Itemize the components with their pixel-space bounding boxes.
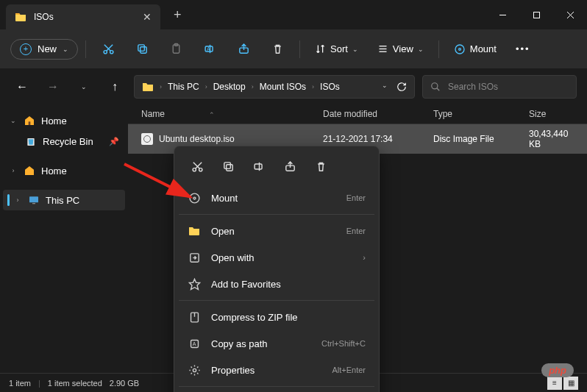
ctx-hint: Enter [346,193,366,202]
share-icon[interactable] [229,36,258,63]
svg-rect-9 [138,45,144,51]
separator [179,300,374,301]
up-button[interactable]: ↑ [103,75,127,99]
pin-icon: 📌 [109,137,119,146]
svg-text:A: A [192,341,196,347]
copy-icon[interactable] [127,36,157,63]
this-pc-icon [28,194,40,206]
paste-icon[interactable] [161,36,191,63]
tab-title: ISOs [34,12,135,22]
divider [438,40,439,58]
copy-icon[interactable] [216,155,241,177]
zip-icon [188,310,201,324]
file-name: Ubuntu desktop.iso [159,134,235,144]
delete-icon[interactable] [308,155,333,177]
ctx-mount[interactable]: Mount Enter [179,185,374,211]
col-type[interactable]: Type [433,109,529,119]
ctx-favorites[interactable]: Add to Favorites [179,271,374,297]
forward-button[interactable]: → [41,75,65,99]
folder-icon [142,81,154,93]
tab-close-icon[interactable]: ✕ [143,11,152,23]
ctx-label: Add to Favorites [211,279,366,290]
chevron-right-icon: › [13,196,22,204]
crumb-desktop[interactable]: Desktop [213,82,246,92]
sidebar-item-this-pc[interactable]: › This PC [3,190,125,210]
watermark: php [541,363,574,377]
chevron-down-icon[interactable]: ⌄ [382,82,388,92]
search-box[interactable]: Search ISOs [422,75,577,99]
home-icon [24,165,35,177]
new-tab-button[interactable]: + [174,7,182,23]
toolbar: + New ⌄ A Sort ⌄ View ⌄ Mount ••• [0,29,587,69]
folder-icon [15,11,26,23]
ctx-compress[interactable]: Compress to ZIP file [179,304,374,330]
more-button[interactable]: ••• [508,39,538,59]
chevron-down-icon: ⌄ [418,46,424,53]
refresh-icon[interactable] [396,82,407,92]
share-icon[interactable] [277,155,302,177]
back-button[interactable]: ← [10,75,34,99]
close-button[interactable] [553,0,587,29]
new-label: New [38,43,57,54]
disc-icon [188,191,201,204]
address-bar[interactable]: › This PC › Desktop › Mount ISOs › ISOs … [134,75,415,99]
col-name[interactable]: Name⌃ [135,109,323,119]
disc-icon [454,43,466,55]
svg-rect-24 [29,196,38,202]
sidebar-item-home[interactable]: ⌄ Home [3,110,125,131]
svg-rect-1 [533,12,539,18]
recycle-bin-icon [25,135,37,147]
ctx-copy-path[interactable]: A Copy as path Ctrl+Shift+C [179,330,374,357]
chevron-right-icon: › [363,253,366,262]
file-date: 21-12-2021 17:34 [323,134,433,144]
view-icon [377,43,388,54]
sidebar-item-recycle[interactable]: Recycle Bin 📌 [19,131,125,152]
svg-rect-8 [140,47,146,53]
view-button[interactable]: View ⌄ [370,39,431,59]
status-item-count: 1 item [9,379,31,388]
open-with-icon [188,251,201,264]
explorer-window: ISOs ✕ + + New ⌄ A Sort ⌄ View [0,0,587,392]
star-icon [188,277,201,291]
sidebar-label: Home [41,115,67,126]
rename-icon[interactable] [246,155,271,177]
crumb-this-pc[interactable]: This PC [168,82,199,92]
col-date[interactable]: Date modified [323,109,433,119]
view-mode-toggle: ≡ ▦ [547,377,578,390]
sort-icon [315,43,326,54]
sidebar-label: This PC [46,195,79,206]
minimize-button[interactable] [485,0,519,29]
ctx-open-with[interactable]: Open with › [179,244,374,271]
sidebar-label: Home [41,165,67,177]
maximize-button[interactable] [519,0,553,29]
context-icon-row [179,151,374,185]
chevron-down-icon: ⌄ [352,46,358,53]
ctx-label: Open with [211,252,352,263]
svg-line-22 [437,88,440,91]
folder-icon [188,224,201,238]
status-selected: 1 item selected [48,379,102,388]
mount-button[interactable]: Mount [447,39,504,60]
recent-button[interactable]: ⌄ [72,75,96,99]
ctx-hint: Enter [346,227,366,235]
crumb-sep-icon: › [205,83,207,90]
sidebar-item-home2[interactable]: › Home [3,160,125,181]
svg-rect-25 [32,203,35,204]
sort-button[interactable]: Sort ⌄ [307,39,366,59]
delete-icon[interactable] [263,36,292,63]
cut-icon[interactable] [93,36,123,63]
view-details-icon[interactable]: ≡ [547,377,562,390]
cut-icon[interactable] [185,155,210,177]
svg-point-35 [190,193,199,203]
ctx-open[interactable]: Open Enter [179,218,374,244]
crumb-isos[interactable]: ISOs [320,82,340,92]
col-size[interactable]: Size [529,109,580,119]
ctx-properties[interactable]: Properties Alt+Enter [179,357,374,383]
chevron-down-icon: ⌄ [9,117,18,124]
svg-point-20 [458,48,460,50]
tab-active[interactable]: ISOs ✕ [6,4,160,29]
crumb-mount-isos[interactable]: Mount ISOs [260,82,306,92]
rename-icon[interactable]: A [195,36,224,63]
new-button[interactable]: + New ⌄ [10,39,78,60]
view-grid-icon[interactable]: ▦ [563,377,578,390]
